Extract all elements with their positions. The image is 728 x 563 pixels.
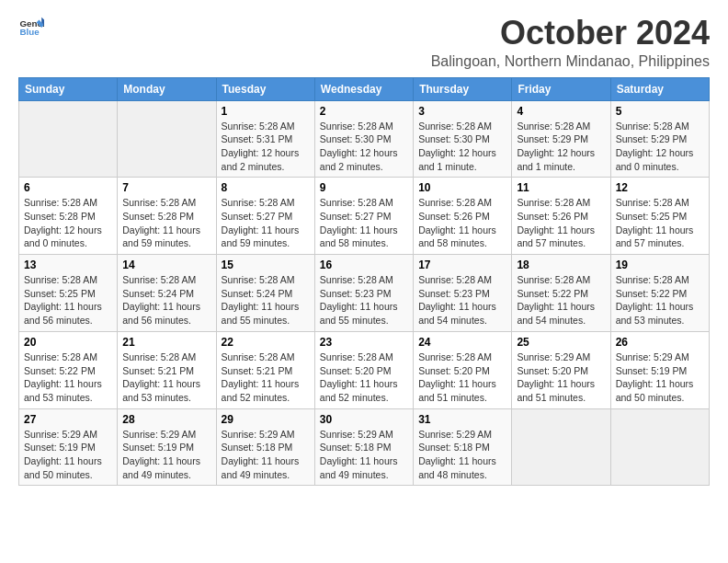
calendar-day-cell: 25Sunrise: 5:29 AM Sunset: 5:20 PM Dayli…: [512, 331, 610, 408]
calendar-day-cell: 23Sunrise: 5:28 AM Sunset: 5:20 PM Dayli…: [314, 331, 413, 408]
calendar-day-cell: [118, 100, 216, 178]
day-number: 19: [616, 259, 704, 271]
calendar-day-cell: 13Sunrise: 5:28 AM Sunset: 5:25 PM Dayli…: [19, 255, 118, 332]
calendar-header-cell: Friday: [512, 77, 610, 100]
calendar-week-row: 6Sunrise: 5:28 AM Sunset: 5:28 PM Daylig…: [19, 178, 710, 255]
calendar-body: 1Sunrise: 5:28 AM Sunset: 5:31 PM Daylig…: [19, 100, 710, 486]
calendar-day-cell: 3Sunrise: 5:28 AM Sunset: 5:30 PM Daylig…: [414, 100, 512, 178]
calendar-day-cell: 8Sunrise: 5:28 AM Sunset: 5:27 PM Daylig…: [216, 178, 314, 255]
day-info: Sunrise: 5:28 AM Sunset: 5:25 PM Dayligh…: [616, 196, 704, 250]
day-number: 22: [222, 336, 310, 349]
day-number: 20: [24, 336, 112, 349]
calendar-day-cell: 4Sunrise: 5:28 AM Sunset: 5:29 PM Daylig…: [512, 100, 610, 178]
day-number: 31: [418, 413, 506, 426]
day-number: 21: [122, 336, 210, 349]
day-number: 27: [24, 413, 112, 426]
calendar-header-row: SundayMondayTuesdayWednesdayThursdayFrid…: [19, 77, 710, 100]
calendar-day-cell: 20Sunrise: 5:28 AM Sunset: 5:22 PM Dayli…: [19, 331, 118, 408]
day-number: 18: [517, 259, 605, 271]
calendar-week-row: 27Sunrise: 5:29 AM Sunset: 5:19 PM Dayli…: [19, 408, 710, 486]
calendar-day-cell: 15Sunrise: 5:28 AM Sunset: 5:24 PM Dayli…: [216, 255, 314, 332]
location-title: Balingoan, Northern Mindanao, Philippine…: [431, 53, 710, 70]
day-number: 17: [418, 259, 506, 271]
day-info: Sunrise: 5:28 AM Sunset: 5:28 PM Dayligh…: [24, 196, 112, 250]
day-number: 11: [517, 181, 605, 194]
day-number: 4: [517, 105, 605, 118]
calendar-header-cell: Saturday: [610, 77, 709, 100]
day-number: 1: [222, 105, 310, 118]
calendar-week-row: 20Sunrise: 5:28 AM Sunset: 5:22 PM Dayli…: [19, 331, 710, 408]
day-number: 26: [616, 336, 704, 349]
calendar-table: SundayMondayTuesdayWednesdayThursdayFrid…: [18, 77, 710, 487]
calendar-week-row: 1Sunrise: 5:28 AM Sunset: 5:31 PM Daylig…: [19, 100, 710, 178]
calendar-header-cell: Wednesday: [314, 77, 413, 100]
calendar-week-row: 13Sunrise: 5:28 AM Sunset: 5:25 PM Dayli…: [19, 255, 710, 332]
month-title: October 2024: [431, 15, 710, 52]
day-number: 23: [320, 336, 408, 349]
calendar-day-cell: 28Sunrise: 5:29 AM Sunset: 5:19 PM Dayli…: [118, 408, 216, 486]
calendar-day-cell: 16Sunrise: 5:28 AM Sunset: 5:23 PM Dayli…: [314, 255, 413, 332]
day-number: 12: [616, 181, 704, 194]
day-number: 28: [122, 413, 210, 426]
calendar-day-cell: 27Sunrise: 5:29 AM Sunset: 5:19 PM Dayli…: [19, 408, 118, 486]
day-number: 14: [122, 259, 210, 271]
day-info: Sunrise: 5:28 AM Sunset: 5:23 PM Dayligh…: [320, 273, 408, 327]
day-info: Sunrise: 5:28 AM Sunset: 5:27 PM Dayligh…: [320, 196, 408, 250]
calendar-day-cell: 18Sunrise: 5:28 AM Sunset: 5:22 PM Dayli…: [512, 255, 610, 332]
day-info: Sunrise: 5:29 AM Sunset: 5:20 PM Dayligh…: [517, 350, 605, 405]
day-info: Sunrise: 5:28 AM Sunset: 5:22 PM Dayligh…: [616, 273, 704, 327]
day-info: Sunrise: 5:28 AM Sunset: 5:30 PM Dayligh…: [320, 120, 408, 174]
calendar-header-cell: Tuesday: [216, 77, 314, 100]
day-info: Sunrise: 5:29 AM Sunset: 5:18 PM Dayligh…: [418, 428, 506, 482]
calendar-day-cell: 31Sunrise: 5:29 AM Sunset: 5:18 PM Dayli…: [414, 408, 512, 486]
day-info: Sunrise: 5:28 AM Sunset: 5:25 PM Dayligh…: [24, 273, 112, 327]
day-info: Sunrise: 5:28 AM Sunset: 5:23 PM Dayligh…: [418, 273, 506, 327]
day-info: Sunrise: 5:28 AM Sunset: 5:24 PM Dayligh…: [122, 273, 210, 327]
day-info: Sunrise: 5:28 AM Sunset: 5:21 PM Dayligh…: [222, 350, 310, 405]
day-info: Sunrise: 5:28 AM Sunset: 5:29 PM Dayligh…: [517, 120, 605, 174]
calendar-day-cell: [610, 408, 709, 486]
calendar-day-cell: 17Sunrise: 5:28 AM Sunset: 5:23 PM Dayli…: [414, 255, 512, 332]
day-info: Sunrise: 5:29 AM Sunset: 5:18 PM Dayligh…: [222, 428, 310, 482]
calendar-day-cell: 21Sunrise: 5:28 AM Sunset: 5:21 PM Dayli…: [118, 331, 216, 408]
day-number: 29: [222, 413, 310, 426]
day-info: Sunrise: 5:28 AM Sunset: 5:30 PM Dayligh…: [418, 120, 506, 174]
day-info: Sunrise: 5:28 AM Sunset: 5:29 PM Dayligh…: [616, 120, 704, 174]
day-info: Sunrise: 5:28 AM Sunset: 5:20 PM Dayligh…: [320, 350, 408, 405]
day-info: Sunrise: 5:28 AM Sunset: 5:31 PM Dayligh…: [222, 120, 310, 174]
day-number: 7: [122, 181, 210, 194]
calendar-day-cell: 24Sunrise: 5:28 AM Sunset: 5:20 PM Dayli…: [414, 331, 512, 408]
calendar-day-cell: 7Sunrise: 5:28 AM Sunset: 5:28 PM Daylig…: [118, 178, 216, 255]
day-number: 13: [24, 259, 112, 271]
title-block: October 2024 Balingoan, Northern Mindana…: [431, 15, 710, 70]
calendar-day-cell: 6Sunrise: 5:28 AM Sunset: 5:28 PM Daylig…: [19, 178, 118, 255]
calendar-day-cell: 22Sunrise: 5:28 AM Sunset: 5:21 PM Dayli…: [216, 331, 314, 408]
calendar-day-cell: 26Sunrise: 5:29 AM Sunset: 5:19 PM Dayli…: [610, 331, 709, 408]
calendar-day-cell: 9Sunrise: 5:28 AM Sunset: 5:27 PM Daylig…: [314, 178, 413, 255]
day-number: 25: [517, 336, 605, 349]
day-number: 16: [320, 259, 408, 271]
calendar-day-cell: 29Sunrise: 5:29 AM Sunset: 5:18 PM Dayli…: [216, 408, 314, 486]
day-number: 15: [222, 259, 310, 271]
calendar-day-cell: 19Sunrise: 5:28 AM Sunset: 5:22 PM Dayli…: [610, 255, 709, 332]
day-number: 10: [418, 181, 506, 194]
day-info: Sunrise: 5:28 AM Sunset: 5:22 PM Dayligh…: [517, 273, 605, 327]
calendar-header-cell: Monday: [118, 77, 216, 100]
day-number: 6: [24, 181, 112, 194]
calendar-day-cell: 2Sunrise: 5:28 AM Sunset: 5:30 PM Daylig…: [314, 100, 413, 178]
page-header: General Blue October 2024 Balingoan, Nor…: [18, 15, 710, 70]
day-number: 24: [418, 336, 506, 349]
day-number: 8: [222, 181, 310, 194]
day-number: 3: [418, 105, 506, 118]
day-info: Sunrise: 5:28 AM Sunset: 5:28 PM Dayligh…: [122, 196, 210, 250]
svg-text:Blue: Blue: [19, 27, 40, 37]
calendar-day-cell: [512, 408, 610, 486]
calendar-day-cell: 11Sunrise: 5:28 AM Sunset: 5:26 PM Dayli…: [512, 178, 610, 255]
calendar-day-cell: 12Sunrise: 5:28 AM Sunset: 5:25 PM Dayli…: [610, 178, 709, 255]
day-info: Sunrise: 5:28 AM Sunset: 5:26 PM Dayligh…: [418, 196, 506, 250]
day-info: Sunrise: 5:28 AM Sunset: 5:21 PM Dayligh…: [122, 350, 210, 405]
day-info: Sunrise: 5:29 AM Sunset: 5:18 PM Dayligh…: [320, 428, 408, 482]
day-info: Sunrise: 5:28 AM Sunset: 5:22 PM Dayligh…: [24, 350, 112, 405]
calendar-header-cell: Thursday: [414, 77, 512, 100]
calendar-day-cell: 10Sunrise: 5:28 AM Sunset: 5:26 PM Dayli…: [414, 178, 512, 255]
